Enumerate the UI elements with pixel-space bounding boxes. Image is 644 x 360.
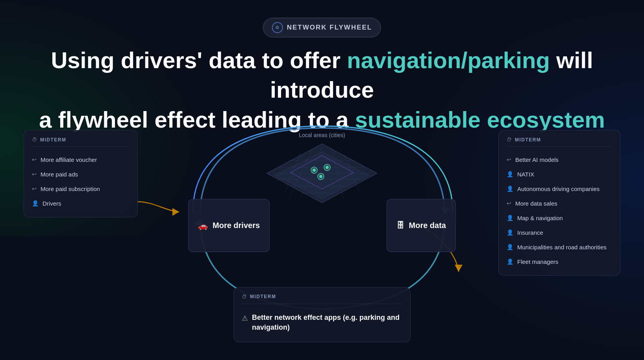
clock-icon-bottom: ⏱ (242, 294, 247, 300)
panel-right-item-6-text: Insurance (517, 228, 543, 237)
panel-right-item-2: 👤 NATIX (507, 167, 612, 182)
panel-left-header-text: MIDTERM (40, 137, 67, 143)
user-icon-r7: 👤 (507, 243, 513, 251)
panel-bottom-title: Better network effect apps (e.g. parking… (252, 313, 402, 332)
panel-bottom-item: ⚠ Better network effect apps (e.g. parki… (242, 310, 402, 336)
panel-bottom-header-text: MIDTERM (250, 294, 276, 299)
panel-left-item-3-text: More paid subscription (41, 185, 100, 193)
more-data-button[interactable]: 🗄 More data (387, 199, 456, 252)
header-badge: ⚙ NETWORK FLYWHEEL (263, 18, 381, 37)
panel-left-header: ⏱ MIDTERM (32, 137, 130, 147)
svg-marker-2 (172, 208, 179, 216)
svg-marker-3 (455, 265, 463, 272)
svg-point-23 (319, 175, 322, 178)
panel-bottom-header: ⏱ MIDTERM (242, 294, 402, 304)
user-icon-r8: 👤 (507, 258, 513, 266)
panel-right-item-8: 👤 Fleet managers (507, 254, 612, 269)
return-icon-1: ↩ (32, 156, 37, 164)
panel-left-item-4-text: Drivers (43, 199, 61, 208)
user-icon-r6: 👤 (507, 229, 513, 237)
panel-bottom: ⏱ MIDTERM ⚠ Better network effect apps (… (233, 287, 411, 342)
panel-right-item-3-text: Autonomous driving companies (517, 185, 600, 193)
panel-left-item-2: ↩ More paid ads (32, 167, 130, 182)
return-icon-3: ↩ (32, 185, 37, 193)
headline-line1: Using drivers' data to offer navigation/… (27, 45, 617, 105)
panel-right-item-5-text: Map & navigation (517, 214, 563, 222)
user-icon-left: 👤 (32, 200, 39, 208)
user-icon-r3: 👤 (507, 185, 513, 193)
user-icon-r5: 👤 (507, 214, 513, 222)
panel-left-item-1-text: More affiliate voucher (41, 156, 97, 164)
car-icon: 🚗 (198, 221, 208, 230)
panel-right-header: ⏱ MIDTERM (507, 137, 612, 147)
badge-icon: ⚙ (272, 22, 283, 33)
clock-icon-right: ⏱ (507, 137, 512, 143)
headline: Using drivers' data to offer navigation/… (27, 45, 617, 134)
return-icon-r4: ↩ (507, 200, 511, 208)
panel-right-item-2-text: NATIX (517, 170, 534, 178)
panel-left-item-4: 👤 Drivers (32, 196, 130, 211)
panel-right-item-8-text: Fleet managers (517, 258, 558, 266)
user-icon-r2: 👤 (507, 171, 513, 178)
panel-right-item-3: 👤 Autonomous driving companies (507, 182, 612, 196)
svg-point-21 (326, 166, 329, 169)
panel-right-item-6: 👤 Insurance (507, 225, 612, 240)
flywheel-center: Local areas (cities) (188, 132, 456, 313)
db-icon: 🗄 (396, 221, 404, 230)
map-diamond-svg (265, 142, 379, 225)
warning-icon: ⚠ (242, 314, 248, 323)
map-label: Local areas (cities) (299, 132, 345, 138)
panel-right-item-4-text: More data sales (515, 199, 557, 208)
headline-highlight1: navigation/parking (347, 47, 550, 73)
panel-right-item-7-text: Municipalities and road authorities (517, 243, 607, 251)
return-icon-2: ↩ (32, 171, 37, 178)
panel-left: ⏱ MIDTERM ↩ More affiliate voucher ↩ Mor… (24, 130, 138, 217)
panel-right-header-text: MIDTERM (515, 137, 541, 143)
panel-right: ⏱ MIDTERM ↩ Better AI models 👤 NATIX 👤 A… (498, 130, 620, 276)
panel-right-item-4: ↩ More data sales (507, 196, 612, 211)
headline-part1: Using drivers' data to offer (51, 47, 347, 73)
return-icon-r1: ↩ (507, 156, 511, 164)
more-drivers-label: More drivers (213, 221, 260, 230)
more-data-label: More data (409, 221, 446, 230)
panel-right-item-1-text: Better AI models (515, 156, 559, 164)
panel-right-item-7: 👤 Municipalities and road authorities (507, 240, 612, 254)
panel-left-item-3: ↩ More paid subscription (32, 182, 130, 196)
headline-highlight2: sustainable ecosystem (355, 107, 605, 132)
svg-point-19 (313, 169, 316, 172)
badge-text: NETWORK FLYWHEEL (287, 24, 372, 32)
clock-icon-left: ⏱ (32, 137, 37, 143)
panel-left-item-2-text: More paid ads (41, 170, 78, 178)
map-diamond-container (265, 142, 379, 225)
headline-part3: a flywheel effect leading to a (39, 107, 355, 132)
panel-right-item-1: ↩ Better AI models (507, 152, 612, 167)
more-drivers-button[interactable]: 🚗 More drivers (188, 199, 270, 252)
panel-right-item-5: 👤 Map & navigation (507, 211, 612, 225)
panel-left-item-1: ↩ More affiliate voucher (32, 152, 130, 167)
